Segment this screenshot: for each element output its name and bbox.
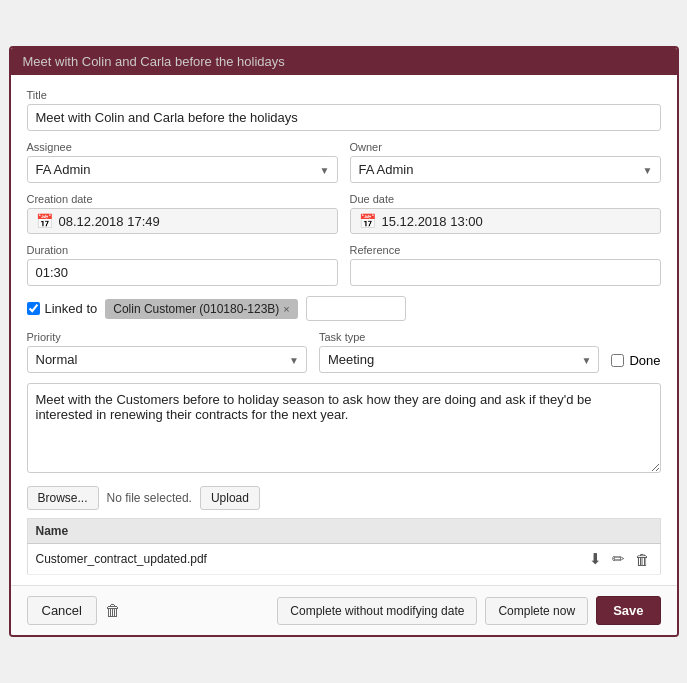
creation-date-label: Creation date	[27, 193, 338, 205]
edit-file-button[interactable]: ✏	[610, 550, 627, 568]
duration-input[interactable]	[27, 259, 338, 286]
linked-to-checkbox-label[interactable]: Linked to	[27, 301, 98, 316]
file-name-col-header: Name	[27, 519, 469, 544]
assignee-select[interactable]: FA Admin	[27, 156, 338, 183]
creation-date-col: Creation date 📅	[27, 193, 338, 234]
dialog-body: Title Assignee FA Admin ▼ Owner FA Admin	[11, 75, 677, 585]
priority-label: Priority	[27, 331, 307, 343]
assignee-col: Assignee FA Admin ▼	[27, 141, 338, 183]
dialog-header: Meet with Colin and Carla before the hol…	[11, 48, 677, 75]
due-date-wrapper: 📅	[350, 208, 661, 234]
linked-to-checkbox[interactable]	[27, 302, 40, 315]
linked-to-remove-icon[interactable]: ×	[283, 303, 289, 315]
table-row: Customer_contract_updated.pdf ⬇ ✏ 🗑	[27, 544, 660, 575]
assignee-select-wrapper: FA Admin ▼	[27, 156, 338, 183]
file-actions-col-header	[469, 519, 660, 544]
footer-left: Cancel 🗑	[27, 596, 121, 625]
linked-to-row: Linked to Colin Customer (010180-123B) ×	[27, 296, 661, 321]
delete-file-button[interactable]: 🗑	[633, 550, 652, 568]
reference-col: Reference	[350, 244, 661, 286]
browse-button[interactable]: Browse...	[27, 486, 99, 510]
done-checkbox-row: Done	[611, 353, 660, 373]
owner-select-wrapper: FA Admin ▼	[350, 156, 661, 183]
dialog-title: Meet with Colin and Carla before the hol…	[23, 54, 285, 69]
due-date-col: Due date 📅	[350, 193, 661, 234]
done-checkbox[interactable]	[611, 354, 624, 367]
priority-tasktype-row: Priority Normal ▼ Task type Meeting ▼	[27, 331, 661, 373]
tasktype-select-wrapper: Meeting ▼	[319, 346, 599, 373]
title-field-row: Title	[27, 89, 661, 131]
task-type-label: Task type	[319, 331, 599, 343]
creation-date-wrapper: 📅	[27, 208, 338, 234]
due-date-input[interactable]	[382, 214, 652, 229]
dates-row: Creation date 📅 Due date 📅	[27, 193, 661, 234]
priority-select-wrapper: Normal ▼	[27, 346, 307, 373]
duration-label: Duration	[27, 244, 338, 256]
save-button[interactable]: Save	[596, 596, 660, 625]
file-browse-row: Browse... No file selected. Upload	[27, 486, 661, 510]
reference-input[interactable]	[350, 259, 661, 286]
tasktype-col: Task type Meeting ▼	[319, 331, 599, 373]
file-section: Browse... No file selected. Upload Name …	[27, 486, 661, 575]
footer-right: Complete without modifying date Complete…	[277, 596, 660, 625]
creation-date-calendar-icon: 📅	[36, 213, 53, 229]
complete-without-date-button[interactable]: Complete without modifying date	[277, 597, 477, 625]
cancel-button[interactable]: Cancel	[27, 596, 97, 625]
duration-col: Duration	[27, 244, 338, 286]
file-table: Name Customer_contract_updated.pdf ⬇ ✏ 🗑	[27, 518, 661, 575]
title-input[interactable]	[27, 104, 661, 131]
owner-label: Owner	[350, 141, 661, 153]
upload-button[interactable]: Upload	[200, 486, 260, 510]
reference-label: Reference	[350, 244, 661, 256]
no-file-text: No file selected.	[107, 491, 192, 505]
file-actions: ⬇ ✏ 🗑	[477, 550, 652, 568]
file-name-cell: Customer_contract_updated.pdf	[27, 544, 469, 575]
delete-task-button[interactable]: 🗑	[105, 602, 121, 620]
owner-select[interactable]: FA Admin	[350, 156, 661, 183]
complete-now-button[interactable]: Complete now	[485, 597, 588, 625]
linked-to-label: Linked to	[45, 301, 98, 316]
description-row	[27, 383, 661, 476]
due-date-calendar-icon: 📅	[359, 213, 376, 229]
creation-date-input[interactable]	[59, 214, 329, 229]
download-file-button[interactable]: ⬇	[587, 550, 604, 568]
owner-col: Owner FA Admin ▼	[350, 141, 661, 183]
duration-reference-row: Duration Reference	[27, 244, 661, 286]
task-dialog: Meet with Colin and Carla before the hol…	[9, 46, 679, 637]
description-textarea[interactable]	[27, 383, 661, 473]
priority-select[interactable]: Normal	[27, 346, 307, 373]
dialog-footer: Cancel 🗑 Complete without modifying date…	[11, 585, 677, 635]
linked-to-tag: Colin Customer (010180-123B) ×	[105, 299, 298, 319]
linked-to-input[interactable]	[306, 296, 406, 321]
assignee-label: Assignee	[27, 141, 338, 153]
task-type-select[interactable]: Meeting	[319, 346, 599, 373]
assignee-owner-row: Assignee FA Admin ▼ Owner FA Admin ▼	[27, 141, 661, 183]
priority-col: Priority Normal ▼	[27, 331, 307, 373]
linked-to-tag-text: Colin Customer (010180-123B)	[113, 302, 279, 316]
file-table-header-row: Name	[27, 519, 660, 544]
due-date-label: Due date	[350, 193, 661, 205]
done-label: Done	[629, 353, 660, 368]
title-label: Title	[27, 89, 661, 101]
